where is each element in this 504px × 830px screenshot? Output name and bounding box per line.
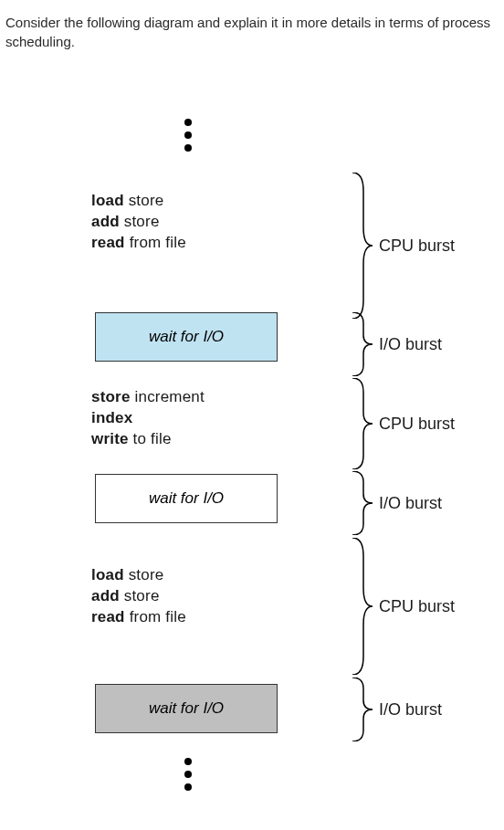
instr-arg: from file (130, 234, 186, 251)
vertical-ellipsis-bottom (183, 752, 194, 796)
wait-io-box: wait for I/O (95, 312, 278, 362)
instr-arg: increment (135, 388, 205, 405)
curly-brace-icon (347, 312, 373, 376)
cpu-burst-block-2: store increment index write to file (91, 387, 288, 450)
wait-io-box: wait for I/O (95, 474, 278, 523)
cpu-burst-block-3: load store add store read from file (91, 565, 288, 628)
instr-arg: store (124, 587, 160, 604)
instr: read (91, 234, 130, 251)
instr-arg: from file (130, 608, 186, 625)
burst-label: CPU burst (379, 236, 455, 256)
dot-icon (184, 771, 192, 778)
instr: write (91, 430, 133, 447)
instr: store (91, 388, 135, 405)
dot-icon (184, 131, 192, 139)
instr-arg: store (129, 566, 164, 583)
instr: read (91, 608, 130, 625)
dot-icon (184, 758, 192, 765)
curly-brace-icon (347, 471, 373, 535)
io-burst-block-3: wait for I/O (91, 684, 288, 733)
burst-diagram: load store add store read from file CPU … (0, 113, 504, 807)
instr: load (91, 566, 129, 583)
curly-brace-icon (347, 173, 373, 319)
vertical-ellipsis-top (183, 113, 194, 157)
burst-label: I/O burst (379, 700, 442, 720)
burst-label: I/O burst (379, 494, 442, 513)
curly-brace-icon (347, 538, 373, 675)
dot-icon (184, 783, 192, 791)
instr: add (91, 587, 124, 604)
burst-label: CPU burst (379, 597, 455, 616)
instr: add (91, 213, 124, 230)
instr: index (91, 409, 132, 426)
burst-label: I/O burst (379, 335, 442, 354)
instr-arg: store (129, 192, 164, 209)
burst-label: CPU burst (379, 415, 455, 434)
wait-io-box: wait for I/O (95, 684, 278, 733)
io-burst-block-2: wait for I/O (91, 474, 288, 523)
instr-arg: store (124, 213, 160, 230)
instr: load (91, 192, 129, 209)
cpu-burst-block-1: load store add store read from file (91, 191, 288, 254)
dot-icon (184, 119, 192, 126)
question-prompt: Consider the following diagram and expla… (0, 0, 504, 58)
curly-brace-icon (347, 678, 373, 741)
dot-icon (184, 144, 192, 152)
io-burst-block-1: wait for I/O (91, 312, 288, 362)
curly-brace-icon (347, 378, 373, 469)
instr-arg: to file (133, 430, 172, 447)
